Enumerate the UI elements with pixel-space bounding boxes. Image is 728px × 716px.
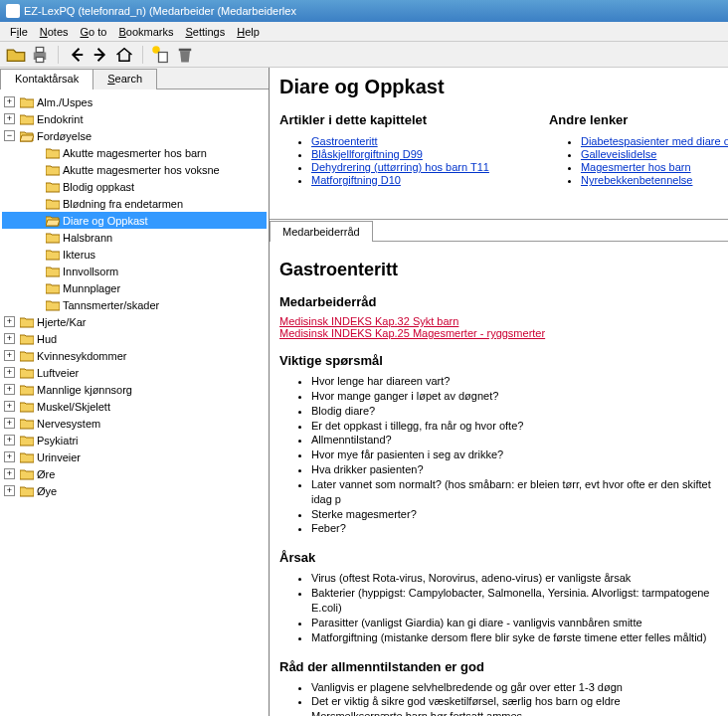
medarb-links: Medisinsk INDEKS Kap.32 Sykt barnMedisin… [279,315,718,339]
list-item: Hvor lenge har diareen vart? [311,374,718,389]
tree-item[interactable]: Akutte magesmerter hos barn [2,144,267,161]
toolbar [0,42,728,68]
tree-label: Endokrint [37,113,83,125]
tree-item[interactable]: +Mannlige kjønnsorg [2,381,267,398]
link[interactable]: Nyrebekkenbetennelse [581,174,693,186]
tree-item[interactable]: +Psykiatri [2,432,267,448]
list-item: Sterke magesmerter? [311,507,718,522]
title-bar: EZ-LexPQ (telefonrad_n) (Medarbeider (Me… [0,0,728,22]
link[interactable]: Magesmerter hos barn [581,161,691,173]
expand-icon[interactable]: + [4,401,15,412]
expand-icon[interactable]: + [4,333,15,344]
folder-icon [46,147,60,159]
arsak-heading: Årsak [279,550,718,565]
expand-icon[interactable]: + [4,485,15,496]
list-item: Bakterier (hyppigst: Campylobacter, Salm… [311,586,718,616]
folder-icon [20,96,34,108]
tree-label: Alm./Uspes [37,96,92,108]
window-title: EZ-LexPQ (telefonrad_n) (Medarbeider (Me… [24,5,296,17]
open-icon[interactable] [6,45,26,65]
tree-item[interactable]: Diare og Oppkast [2,212,267,229]
tab-search[interactable]: Search [92,69,157,90]
tree-label: Hud [37,333,57,345]
expand-icon[interactable]: + [4,316,15,327]
tab-kontaktarsak[interactable]: Kontaktårsak [0,69,93,90]
expand-icon[interactable]: + [4,384,15,395]
expand-icon[interactable]: + [4,451,15,462]
link[interactable]: Gastroenteritt [311,135,378,147]
tree-item[interactable]: Blodig oppkast [2,178,267,195]
expand-icon[interactable]: + [4,350,15,361]
tree-item[interactable]: +Nervesystem [2,415,267,432]
article-title: Gastroenteritt [279,260,718,280]
expand-icon[interactable]: + [4,96,15,107]
tree-item[interactable]: Innvollsorm [2,263,267,279]
link[interactable]: Diabetespasienter med diare og oppka [581,135,728,147]
menu-settings[interactable]: Settings [179,24,231,40]
link[interactable]: Blåskjellforgiftning D99 [311,148,423,160]
list-item: Gastroenteritt [311,135,489,147]
navigation-tree[interactable]: +Alm./Uspes+Endokrint−FordøyelseAkutte m… [0,90,269,716]
folder-icon [20,435,34,447]
forward-icon[interactable] [91,45,110,65]
tree-item[interactable]: Ikterus [2,246,267,263]
menu-bookmarks[interactable]: Bookmarks [112,24,179,40]
tree-item[interactable]: +Muskel/Skjelett [2,398,267,415]
tree-item[interactable]: +Alm./Uspes [2,93,267,110]
new-icon[interactable] [151,45,171,65]
articles-heading: Artikler i dette kapittelet [279,112,489,127]
tree-item[interactable]: −Fordøyelse [2,127,267,144]
menu-help[interactable]: Help [231,24,266,40]
expand-icon[interactable]: + [4,468,15,479]
tree-label: Urinveier [37,451,81,463]
tree-item[interactable]: +Endokrint [2,110,267,127]
tree-item[interactable]: Munnplager [2,279,267,296]
expand-icon[interactable]: + [4,367,15,378]
delete-icon[interactable] [175,45,195,65]
link[interactable]: Galleveislidelse [581,148,656,160]
expand-icon[interactable]: + [4,435,15,446]
expand-icon [30,266,41,276]
tree-item[interactable]: +Urinveier [2,448,267,465]
tree-item[interactable]: +Luftveier [2,364,267,381]
link[interactable]: Medisinsk INDEKS Kap.32 Sykt barn [279,315,458,327]
list-item: Matforgiftning D10 [311,174,489,186]
back-icon[interactable] [67,45,87,65]
list-item: Medisinsk INDEKS Kap.32 Sykt barn [279,315,718,327]
folder-icon [20,384,34,396]
folder-icon [20,468,34,480]
menu-goto[interactable]: Go to [75,24,113,40]
expand-icon [30,232,41,243]
folder-icon [20,367,34,379]
menu-notes[interactable]: Notes [34,24,75,40]
expand-icon[interactable]: + [4,113,15,124]
tree-label: Fordøyelse [37,130,91,142]
tree-item[interactable]: Akutte magesmerter hos voksne [2,161,267,178]
tree-label: Mannlige kjønnsorg [37,384,132,396]
subtab-medarbeiderrad[interactable]: Medarbeiderråd [270,221,373,242]
expand-icon [30,215,41,226]
home-icon[interactable] [114,45,134,65]
tree-item[interactable]: Halsbrann [2,229,267,246]
link[interactable]: Medisinsk INDEKS Kap.25 Magesmerter - ry… [279,327,545,339]
menu-file[interactable]: File [4,24,34,40]
link[interactable]: Dehydrering (uttørring) hos barn T11 [311,161,489,173]
tree-item[interactable]: Tannsmerter/skader [2,296,267,313]
list-item: Blodig diare? [311,404,718,419]
expand-icon [30,299,41,310]
tree-label: Psykiatri [37,435,79,447]
tree-item[interactable]: +Hud [2,330,267,347]
expand-icon[interactable]: + [4,418,15,429]
tree-item[interactable]: +Øre [2,465,267,482]
link[interactable]: Matforgiftning D10 [311,174,401,186]
print-icon[interactable] [30,45,50,65]
tree-item[interactable]: +Kvinnesykdommer [2,347,267,364]
list-item: Vanligvis er plagene selvhelbredende og … [311,680,718,695]
other-links-heading: Andre lenker [549,112,728,127]
list-item: Feber? [311,521,718,536]
expand-icon[interactable]: − [4,130,15,141]
tree-item[interactable]: +Øye [2,482,267,499]
tree-item[interactable]: +Hjerte/Kar [2,313,267,330]
tree-item[interactable]: Blødning fra endetarmen [2,195,267,212]
articles-list: GastroenterittBlåskjellforgiftning D99De… [311,135,489,186]
